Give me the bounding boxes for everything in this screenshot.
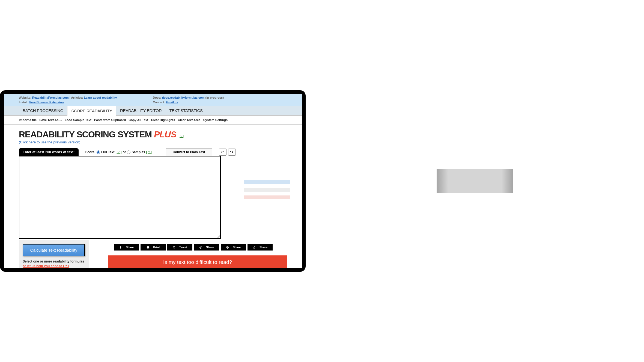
calculate-readability-button[interactable]: Calculate Text Readability (23, 244, 85, 256)
samples-help[interactable]: [ ? ] (146, 150, 152, 154)
print-icon (147, 246, 150, 249)
undo-icon: ↶ (221, 150, 224, 155)
articles-label: | Articles: (70, 96, 84, 99)
toolbar-clear-highlights[interactable]: Clear Highlights (151, 118, 175, 122)
share-label: Share (206, 246, 214, 249)
placeholder-bar-1 (244, 180, 290, 184)
share-label: Tweet (179, 246, 187, 249)
full-text-label: Full Text (101, 150, 114, 154)
website-label: Website: (19, 96, 32, 99)
full-text-radio[interactable] (97, 150, 100, 154)
x-icon (172, 246, 175, 249)
svg-point-2 (254, 246, 255, 247)
ok-icon (253, 246, 256, 249)
samples-label: Samples (132, 150, 145, 154)
difficulty-banner: Is my text too difficult to read? (108, 255, 287, 268)
nav-tabs: BATCH PROCESSING SCORE READABILITY READA… (4, 106, 302, 116)
share-label: Share (233, 246, 241, 249)
undo-button[interactable]: ↶ (219, 149, 226, 156)
toolbar-copy-all[interactable]: Copy All Text (129, 118, 148, 122)
website-link[interactable]: ReadabilityFormulas.com (32, 96, 69, 99)
articles-link[interactable]: Learn about readability (84, 96, 117, 99)
info-bar: Website: ReadabilityFormulas.com | Artic… (4, 94, 302, 106)
redo-button[interactable]: ↷ (228, 149, 236, 156)
contact-link[interactable]: Email us (166, 101, 178, 104)
placeholder-bar-2 (244, 188, 290, 192)
screen: Website: ReadabilityFormulas.com | Artic… (4, 94, 302, 268)
redo-icon: ↷ (230, 150, 234, 155)
calculate-panel: Calculate Text Readability Select one or… (19, 240, 89, 268)
previous-version-link[interactable]: (Click here to use the previous version) (19, 140, 80, 144)
contact-label: Contact: (153, 101, 166, 104)
facebook-share-button[interactable]: Share (114, 244, 139, 251)
share-label: Share (126, 246, 134, 249)
install-label: Install: (19, 101, 29, 104)
docs-link[interactable]: docs.readabilityformulas.com (162, 96, 205, 99)
toolbar: Import a file Save Text As ... Load Samp… (4, 116, 302, 125)
toolbar-save-text[interactable]: Save Text As ... (39, 118, 62, 122)
title-plus: PLUS (154, 129, 176, 139)
toolbar-clear-text[interactable]: Clear Text Area (178, 118, 201, 122)
install-link[interactable]: Free Browser Extension (29, 101, 64, 104)
share-label: Share (260, 246, 267, 249)
monitor-stand (437, 169, 513, 193)
full-text-help[interactable]: [ ? ] (115, 150, 121, 154)
toolbar-system-settings[interactable]: System Settings (203, 118, 228, 122)
whatsapp-share-button[interactable]: Share (194, 244, 219, 251)
samples-radio[interactable] (127, 150, 130, 154)
title-help-link[interactable]: [ ? ] (178, 134, 184, 138)
help-choose-link[interactable]: or let us help you choose [ ? ] (23, 264, 69, 268)
monitor-frame: Website: ReadabilityFormulas.com | Artic… (0, 90, 306, 272)
docs-note: (in progress) (205, 96, 224, 99)
tab-score-readability[interactable]: SCORE READABILITY (67, 106, 116, 116)
toolbar-paste-clipboard[interactable]: Paste from Clipboard (94, 118, 126, 122)
text-input-area[interactable] (19, 156, 221, 239)
toolbar-import-file[interactable]: Import a file (19, 118, 37, 122)
docs-label: Docs: (153, 96, 162, 99)
globe-icon (226, 246, 229, 249)
placeholder-bar-3 (244, 195, 290, 199)
share-button-5[interactable]: Share (221, 244, 246, 251)
page-title: READABILITY SCORING SYSTEM PLUS (19, 129, 176, 140)
score-label: Score: (85, 150, 96, 154)
tab-readability-editor[interactable]: READABILITY EDITOR (116, 106, 165, 115)
svg-point-0 (199, 246, 202, 248)
print-button[interactable]: Print (141, 244, 166, 251)
toolbar-load-sample[interactable]: Load Sample Text (65, 118, 91, 122)
x-tweet-button[interactable]: Tweet (167, 244, 192, 251)
sidebar-placeholder (244, 180, 290, 199)
share-label: Print (153, 246, 160, 249)
share-row: Share Print Tweet Share (100, 244, 287, 251)
select-formulas-text: Select one or more readability formulas (23, 260, 85, 263)
convert-to-plain-text-button[interactable]: Convert to Plain Text (166, 148, 212, 156)
tab-batch-processing[interactable]: BATCH PROCESSING (19, 106, 67, 115)
input-instructions-tab: Enter at least 200 words of text: (19, 148, 79, 156)
tab-text-statistics[interactable]: TEXT STATISTICS (166, 106, 207, 115)
whatsapp-icon (199, 246, 202, 249)
ok-share-button[interactable]: Share (248, 244, 273, 251)
title-main: READABILITY SCORING SYSTEM (19, 129, 154, 139)
or-label: or (123, 150, 126, 154)
facebook-icon (119, 246, 122, 249)
